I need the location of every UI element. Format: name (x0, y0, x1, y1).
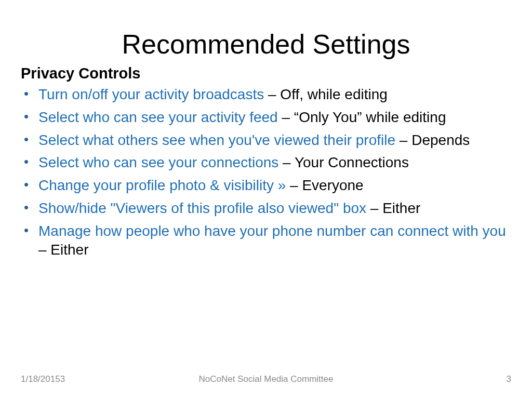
recommendation: Off, while editing (280, 86, 388, 102)
separator: – (38, 242, 50, 258)
separator: – (264, 86, 280, 102)
section-subtitle: Privacy Controls (21, 65, 532, 82)
setting-link[interactable]: Manage how people who have your phone nu… (38, 223, 506, 239)
footer-page-number: 3 (507, 374, 511, 384)
list-item: Select what others see when you've viewe… (21, 131, 516, 150)
list-item: Select who can see your activity feed – … (21, 108, 516, 127)
recommendation: Everyone (302, 177, 363, 193)
footer-date: 1/18/20153 (21, 374, 65, 384)
list-item: Manage how people who have your phone nu… (21, 222, 516, 259)
separator: – (278, 154, 295, 170)
setting-link[interactable]: Turn on/off your activity broadcasts (38, 86, 264, 102)
slide-title: Recommended Settings (0, 29, 532, 60)
setting-link[interactable]: Change your profile photo & visibility » (38, 177, 286, 193)
list-item: Show/hide "Viewers of this profile also … (21, 199, 516, 218)
separator: – (366, 200, 382, 216)
recommendation: Depends (411, 132, 470, 148)
recommendation: “Only You” while editing (294, 109, 446, 125)
setting-link[interactable]: Show/hide "Viewers of this profile also … (38, 200, 366, 216)
recommendation: Your Connections (295, 154, 409, 170)
setting-link[interactable]: Select what others see when you've viewe… (38, 132, 395, 148)
list-item: Change your profile photo & visibility »… (21, 176, 516, 195)
list-item: Turn on/off your activity broadcasts – O… (21, 85, 516, 104)
recommendation: Either (50, 242, 88, 258)
recommendation: Either (382, 200, 420, 216)
setting-link[interactable]: Select who can see your connections (38, 154, 278, 170)
separator: – (395, 132, 411, 148)
setting-link[interactable]: Select who can see your activity feed (38, 109, 278, 125)
slide-footer: 1/18/20153 NoCoNet Social Media Committe… (0, 374, 532, 384)
separator: – (286, 177, 302, 193)
separator: – (278, 109, 294, 125)
bullet-list: Turn on/off your activity broadcasts – O… (21, 85, 516, 259)
footer-center: NoCoNet Social Media Committee (199, 374, 334, 384)
list-item: Select who can see your connections – Yo… (21, 153, 516, 172)
